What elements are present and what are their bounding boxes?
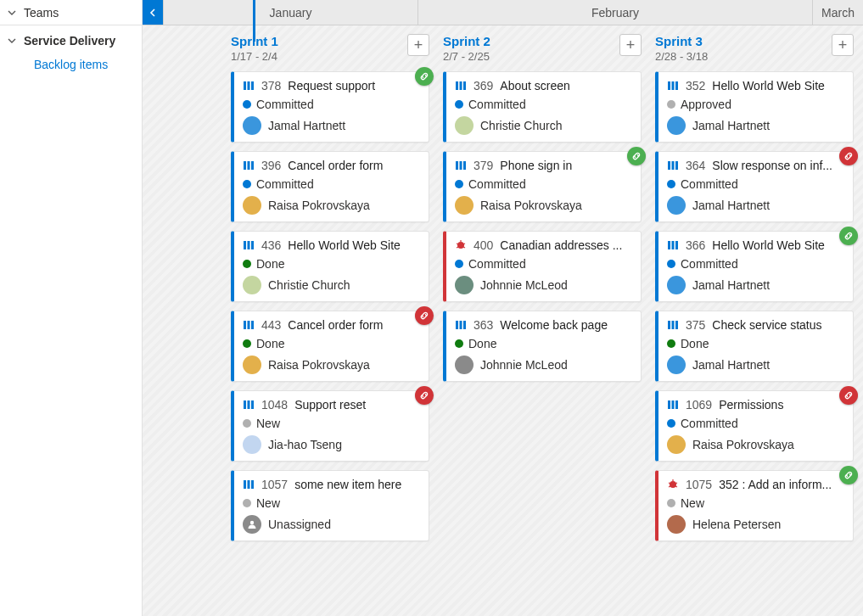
teams-label: Teams [24,6,59,20]
column-title[interactable]: Sprint 1 [231,34,278,48]
svg-rect-10 [248,321,250,329]
card-state: New [256,496,280,510]
link-badge-icon[interactable] [415,67,434,86]
svg-rect-7 [248,241,250,249]
column-title[interactable]: Sprint 3 [655,34,708,48]
month-label: March [821,6,855,20]
svg-rect-43 [668,321,670,329]
work-item-card[interactable]: 1075352 : Add an inform...NewHelena Pete… [655,470,854,541]
state-dot-icon [455,180,463,188]
card-id: 369 [474,79,493,92]
link-badge-icon[interactable] [839,386,858,405]
card-assignee: Christie Church [480,119,562,132]
link-badge-icon[interactable] [839,466,858,484]
link-badge-icon[interactable] [839,147,858,165]
svg-rect-5 [251,161,254,170]
work-item-card[interactable]: 364Slow response on inf...CommittedJamal… [655,151,854,222]
work-item-card[interactable]: 436Hello World Web SiteDoneChristie Chur… [231,231,429,302]
sidebar-item-backlog[interactable]: Backlog items [0,53,142,76]
work-item-card[interactable]: 379Phone sign inCommittedRaisa Pokrovska… [443,151,642,222]
card-id: 375 [686,318,705,332]
work-item-card[interactable]: 378Request supportCommittedJamal Hartnet… [231,71,429,143]
svg-rect-39 [675,161,678,170]
timeline-prev-button[interactable] [143,0,163,25]
card-id: 379 [474,159,493,172]
svg-rect-3 [244,161,246,170]
timeline-month-january[interactable]: January [163,0,417,25]
add-card-button[interactable]: + [619,34,642,56]
svg-line-29 [457,247,458,248]
work-item-card[interactable]: 375Check service statusDoneJamal Hartnet… [655,311,854,382]
timeline-month-march[interactable]: March [812,0,863,25]
pbi-icon [243,239,255,251]
svg-rect-41 [672,241,675,249]
sprint-column: Sprint 11/17 - 2/4+378Request supportCom… [224,25,436,616]
timeline-month-february[interactable]: February [417,0,812,25]
pbi-icon [243,80,255,92]
work-item-card[interactable]: 1048Support resetNewJia-hao Tseng [231,390,429,462]
svg-rect-33 [463,321,466,329]
card-id: 443 [261,318,281,332]
state-dot-icon [243,339,251,348]
card-assignee: Raisa Pokrovskaya [268,358,370,372]
svg-line-53 [669,486,670,487]
avatar [455,196,474,215]
column-title[interactable]: Sprint 2 [443,34,490,48]
card-state: Committed [681,177,738,191]
svg-rect-0 [244,81,246,90]
pbi-icon [667,239,679,251]
work-item-card[interactable]: 352Hello World Web SiteApprovedJamal Har… [655,71,854,143]
work-item-card[interactable]: 363Welcome back pageDoneJohnnie McLeod [443,311,642,382]
card-assignee: Jamal Hartnett [692,199,770,212]
avatar [667,435,686,454]
card-assignee: Jia-hao Tseng [268,438,342,451]
state-dot-icon [667,260,675,268]
link-badge-icon[interactable] [415,386,434,405]
pbi-icon [667,80,679,92]
work-item-card[interactable]: 443Cancel order formDoneRaisa Pokrovskay… [231,311,429,382]
state-dot-icon [243,499,251,507]
svg-rect-12 [244,400,246,409]
card-state: New [681,496,704,510]
sprint-column: Sprint 32/28 - 3/18+352Hello World Web S… [648,25,860,616]
card-id: 1048 [261,398,288,412]
card-id: 363 [474,318,493,332]
pbi-icon [455,160,467,171]
card-title: Hello World Web Site [288,238,401,252]
link-badge-icon[interactable] [839,227,858,245]
month-label: January [270,6,312,20]
state-dot-icon [455,260,463,268]
work-item-card[interactable]: 369About screenCommittedChristie Church [443,71,642,143]
svg-rect-34 [668,81,670,90]
card-title: Slow response on inf... [712,159,832,172]
column-header: Sprint 11/17 - 2/4+ [231,34,429,63]
card-state: Done [256,257,284,271]
svg-rect-24 [463,161,466,170]
teams-header[interactable]: Teams [0,0,142,25]
add-card-button[interactable]: + [832,34,854,56]
card-title: Hello World Web Site [712,79,825,92]
svg-rect-32 [460,321,462,329]
svg-rect-2 [251,81,254,90]
card-id: 366 [686,238,705,252]
work-item-card[interactable]: 366Hello World Web SiteCommittedJamal Ha… [655,231,854,302]
avatar [243,116,261,135]
add-card-button[interactable]: + [407,34,429,56]
state-dot-icon [243,180,251,188]
work-item-card[interactable]: 400Canadian addresses ...CommittedJohnni… [443,231,642,302]
work-item-card[interactable]: 1057some new item hereNewUnassigned [231,470,429,541]
month-label: February [591,6,639,20]
link-badge-icon[interactable] [415,306,434,325]
pbi-icon [243,399,255,411]
avatar [667,276,686,294]
svg-rect-1 [248,81,250,90]
state-dot-icon [455,339,463,348]
pbi-icon [667,319,679,331]
work-item-card[interactable]: 1069PermissionsCommittedRaisa Pokrovskay… [655,390,854,462]
work-item-card[interactable]: 396Cancel order formCommittedRaisa Pokro… [231,151,429,222]
svg-rect-48 [675,400,678,409]
card-state: Committed [468,257,526,271]
link-badge-icon[interactable] [627,147,646,165]
avatar [667,116,686,135]
sidebar-group-service-delivery[interactable]: Service Delivery [0,25,142,53]
